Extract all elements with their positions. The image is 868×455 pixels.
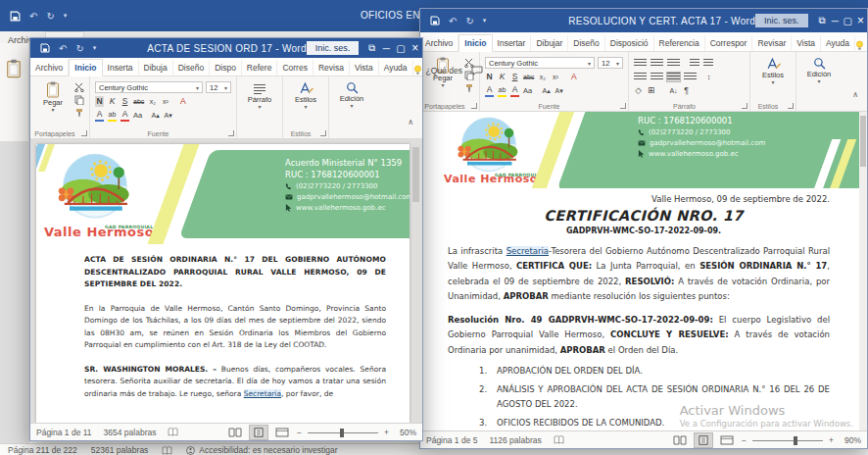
italic-icon[interactable]: K — [108, 96, 117, 107]
line-spacing-icon[interactable]: ↕ — [704, 72, 713, 82]
tab-revisar[interactable]: Revisa — [313, 60, 350, 76]
sign-in-button[interactable]: Inic. ses. — [307, 41, 360, 55]
collapse-ribbon-icon[interactable]: ∧ — [399, 118, 422, 138]
tab-archivo[interactable]: Archivo — [420, 35, 458, 51]
shrink-font-icon[interactable]: A▾ — [164, 110, 172, 121]
tab-vista[interactable]: Vista — [350, 60, 379, 76]
tab-inicio[interactable]: Inicio — [458, 34, 492, 52]
comment-icon[interactable] — [471, 66, 483, 76]
secretaria-link[interactable]: Secretaria — [506, 246, 549, 256]
show-marks-icon[interactable]: ¶ — [682, 85, 691, 96]
scrollbar-thumb[interactable] — [412, 147, 419, 202]
acta-document-area[interactable]: GAD PARROQUIAL Valle Hermoso Acuerdo Min… — [30, 139, 422, 423]
proofing-book-icon[interactable] — [554, 435, 564, 444]
sort-icon[interactable]: A↓ — [669, 85, 678, 96]
tab-ayuda[interactable]: Ayuda — [379, 60, 413, 76]
word-count[interactable]: 1126 palabras — [489, 435, 541, 445]
scrollbar-thumb[interactable] — [860, 116, 866, 167]
ribbon-display-options-icon[interactable]: ⧉ — [364, 42, 379, 54]
save-icon[interactable] — [10, 11, 21, 22]
tab-revisar[interactable]: Revisar — [752, 35, 792, 51]
tab-correspondencia[interactable]: Corres — [277, 60, 313, 76]
grow-font-icon[interactable]: A▴ — [151, 110, 160, 121]
strikethrough-icon[interactable]: abc — [133, 96, 144, 107]
tab-disposicion[interactable]: Disposició — [605, 35, 654, 51]
tell-me-control[interactable]: ¿Qué des — [855, 40, 868, 51]
zoom-slider[interactable] — [752, 435, 823, 445]
font-dialog-launcher[interactable] — [228, 130, 234, 136]
clear-formatting-icon[interactable]: A — [569, 72, 578, 82]
save-icon[interactable] — [40, 43, 50, 53]
styles-dialog-launcher[interactable] — [788, 103, 794, 109]
undo-icon[interactable]: ↶ — [59, 43, 67, 54]
proofing-book-icon[interactable] — [162, 446, 172, 455]
bold-icon[interactable]: N — [95, 96, 104, 107]
acta-page[interactable]: GAD PARROQUIAL Valle Hermoso Acuerdo Min… — [36, 144, 410, 423]
read-mode-icon[interactable] — [671, 433, 689, 447]
qat-customize-icon[interactable]: ▾ — [483, 17, 487, 25]
background-accessibility-status[interactable]: Accesibilidad: es necesario investigar — [186, 445, 337, 455]
zoom-in-icon[interactable]: + — [384, 428, 389, 437]
zoom-in-icon[interactable]: + — [829, 435, 834, 445]
page-indicator[interactable]: Página 1 de 5 — [426, 435, 477, 445]
web-layout-icon[interactable] — [273, 426, 291, 439]
zoom-out-icon[interactable]: − — [297, 428, 302, 437]
maximize-button[interactable]: ▢ — [842, 16, 854, 26]
proofing-book-icon[interactable] — [168, 428, 178, 436]
grow-font-icon[interactable]: A▴ — [542, 85, 551, 96]
tab-ayuda[interactable]: Ayuda — [821, 35, 855, 51]
tab-correspondencia[interactable]: Correspor — [705, 35, 753, 51]
tab-referencias[interactable]: Refere — [242, 60, 278, 76]
font-name-combo[interactable]: Century Gothic▾ — [95, 81, 203, 93]
tab-dibujar[interactable]: Dibuja — [139, 60, 173, 76]
undo-icon[interactable]: ↶ — [29, 11, 37, 22]
ribbon-display-options-icon[interactable]: ⧉ — [816, 15, 829, 26]
tab-inicio[interactable]: Inicio — [69, 59, 102, 76]
text-effects-icon[interactable]: A — [485, 84, 494, 97]
tab-diseno[interactable]: Diseño — [173, 60, 210, 76]
styles-button[interactable]: Estilos ▾ — [288, 79, 323, 126]
tab-vista[interactable]: Vista — [792, 35, 821, 51]
numbering-icon[interactable] — [651, 59, 663, 68]
redo-icon[interactable]: ↻ — [75, 43, 83, 54]
shading-icon[interactable]: ◇ — [634, 85, 643, 96]
increase-indent-icon[interactable] — [703, 59, 713, 68]
qat-customize-icon[interactable]: ▾ — [93, 44, 97, 52]
tab-insertar[interactable]: Insertar — [493, 35, 532, 51]
italic-icon[interactable]: K — [498, 72, 506, 82]
print-layout-icon[interactable] — [695, 433, 712, 447]
justify-icon[interactable] — [684, 73, 697, 81]
collapse-ribbon-icon[interactable]: ∧ — [844, 90, 867, 111]
clipboard-dialog-launcher[interactable] — [81, 130, 87, 136]
subscript-icon[interactable]: x₂ — [538, 72, 547, 82]
paragraph-dialog-launcher[interactable] — [742, 103, 747, 109]
clipboard-dialog-launcher[interactable] — [471, 103, 477, 109]
font-color-icon[interactable]: A — [510, 84, 519, 97]
tab-referencias[interactable]: Referencia — [654, 35, 705, 51]
cut-icon[interactable] — [74, 82, 84, 92]
change-case-icon[interactable]: Aa — [523, 85, 532, 96]
acta-titlebar[interactable]: ↶ ↻ ▾ ACTA DE SESION ORD 17 - Word Inic.… — [30, 38, 422, 58]
save-icon[interactable] — [430, 16, 440, 25]
paste-clipboard-icon[interactable] — [6, 59, 22, 78]
page-indicator[interactable]: Página 1 de 11 — [36, 428, 92, 437]
sign-in-button[interactable]: Inic. ses. — [755, 14, 808, 27]
qat-customize-icon[interactable]: ▾ — [64, 12, 68, 20]
font-dialog-launcher[interactable] — [620, 103, 626, 109]
multilevel-list-icon[interactable] — [667, 59, 680, 68]
redo-icon[interactable]: ↻ — [465, 16, 473, 26]
paste-button[interactable]: Pegar ▾ — [35, 79, 71, 126]
paragraph-button[interactable]: Párrafo ▾ — [242, 79, 277, 126]
vertical-scrollbar[interactable] — [859, 112, 867, 430]
undo-icon[interactable]: ↶ — [449, 16, 457, 26]
underline-icon[interactable]: S — [510, 72, 519, 82]
subscript-icon[interactable]: x₂ — [148, 96, 157, 107]
copy-icon[interactable] — [74, 95, 84, 105]
align-center-icon[interactable] — [651, 73, 663, 81]
close-button[interactable]: × — [408, 41, 422, 55]
underline-icon[interactable]: S — [121, 96, 129, 107]
align-right-icon[interactable] — [667, 73, 680, 81]
close-button[interactable]: × — [854, 14, 867, 27]
tab-dibujar[interactable]: Dibujar — [531, 35, 568, 51]
shrink-font-icon[interactable]: A▾ — [555, 85, 563, 96]
